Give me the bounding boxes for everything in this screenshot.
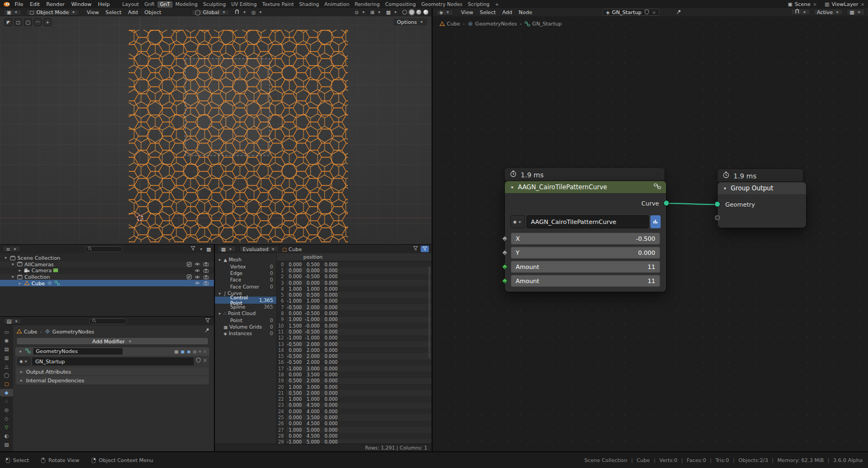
remove-view-layer-icon[interactable]: ×: [860, 1, 865, 7]
workspace-tab-shading[interactable]: Shading: [296, 1, 322, 8]
properties-tab-texture[interactable]: ▨: [0, 441, 13, 448]
browse-node-group-button[interactable]: ◈▾: [17, 357, 30, 366]
shading-material-icon[interactable]: [416, 10, 421, 15]
blender-logo-icon[interactable]: [3, 1, 10, 8]
pin-icon[interactable]: [204, 328, 210, 333]
overlays-dropdown[interactable]: ▩▾: [386, 9, 398, 15]
snap-magnet-icon[interactable]: [794, 9, 800, 14]
domain-control-point[interactable]: Control Point1,365: [215, 297, 276, 303]
virtual-socket[interactable]: [715, 215, 720, 220]
menu-edit[interactable]: Edit: [27, 1, 43, 7]
node-input-amount[interactable]: Amount11: [511, 275, 660, 287]
fake-user-shield-icon[interactable]: [195, 357, 201, 363]
eye-icon[interactable]: [194, 268, 200, 273]
properties-tab-constraints[interactable]: ◇: [0, 415, 13, 422]
workspace-tab-uv-editing[interactable]: UV Editing: [229, 1, 259, 8]
breadcrumb-gn-startup[interactable]: GN_Startup: [524, 21, 561, 27]
menu-help[interactable]: Help: [95, 1, 113, 7]
node-group-users-button[interactable]: [650, 215, 661, 228]
modifier-name-field[interactable]: GeometryNodes: [33, 348, 123, 355]
modifier-panel-header[interactable]: ▾ GeometryNodes ▦ ▣ ◉ ◎ ▾ ×: [15, 347, 210, 356]
expander-icon[interactable]: ▾: [3, 255, 8, 260]
panel-output-attributes[interactable]: ▸Output Attributes: [16, 368, 208, 375]
domain-mesh[interactable]: ▾▲Mesh: [215, 257, 276, 263]
menu-window[interactable]: Window: [68, 1, 94, 7]
breadcrumb-cube[interactable]: Cube: [16, 329, 37, 335]
add-modifier-button[interactable]: Add Modifier▾: [16, 337, 208, 345]
render-camera-icon[interactable]: [203, 261, 209, 267]
unlink-scene-icon[interactable]: ×: [813, 1, 817, 7]
row-filter-button[interactable]: [413, 246, 419, 252]
input-socket-y[interactable]: [502, 249, 508, 255]
eye-icon[interactable]: [194, 280, 200, 286]
eye-icon[interactable]: [194, 261, 200, 267]
panel-internal-dependencies[interactable]: ▸Internal Dependencies: [16, 376, 208, 384]
display-on-cage-icon[interactable]: ▦: [174, 349, 179, 354]
editor-type-button[interactable]: ▤▾: [3, 318, 22, 324]
node-menu-select[interactable]: Select: [477, 9, 499, 15]
pin-node-tree-button[interactable]: [676, 9, 682, 16]
mode-dropdown[interactable]: ▢Object Mode▾: [26, 9, 79, 16]
properties-tab-object[interactable]: ▢: [0, 380, 13, 388]
filter-funnel-icon[interactable]: [413, 246, 419, 251]
node-menu-add[interactable]: Add: [499, 9, 515, 15]
filter-toggle-button[interactable]: [421, 246, 429, 252]
outliner-row-scene-collection[interactable]: ▾Scene Collection: [0, 255, 214, 261]
node-input-y[interactable]: Y0.000: [511, 247, 660, 259]
expander-icon[interactable]: ▾: [10, 274, 15, 279]
tool-select-circle[interactable]: ◯: [24, 18, 32, 26]
viewport-menu-view[interactable]: View: [84, 9, 103, 15]
modifier-node-group-field[interactable]: GN_Startup: [32, 357, 194, 366]
display-realtime-icon[interactable]: ◉: [187, 349, 191, 354]
menu-file[interactable]: File: [11, 1, 27, 7]
pin-id-button[interactable]: [204, 328, 210, 334]
expander-icon[interactable]: ▾: [10, 262, 15, 267]
properties-tab-view-layer[interactable]: ▥: [0, 354, 13, 362]
properties-tab-object-data[interactable]: ▽: [0, 424, 13, 431]
tool-tweak[interactable]: ◤: [4, 18, 12, 26]
tool-select-box[interactable]: ▢: [14, 18, 22, 26]
outliner-display-options-icon[interactable]: ▩: [206, 246, 211, 252]
viewport-menu-object[interactable]: Object: [141, 9, 164, 15]
workspace-tab-animation[interactable]: Animation: [322, 1, 352, 8]
viewport-menu-add[interactable]: Add: [125, 9, 141, 15]
scene-selector[interactable]: ▣Scene×: [788, 1, 817, 7]
filter-funnel-icon[interactable]: [205, 318, 211, 323]
view-layer-selector[interactable]: ▥ViewLayer×: [825, 1, 865, 7]
node-aagn-cairotilepatterncurve[interactable]: ▾ AAGN_CairoTilePatternCurve Curve ◈▾ AA…: [505, 181, 666, 292]
exclude-checkbox-icon[interactable]: ✓: [187, 274, 192, 279]
node-group-name-field[interactable]: AAGN_CairoTilePatternCurve: [527, 215, 649, 228]
options-dropdown[interactable]: Options▾: [394, 18, 427, 25]
unlink-node-tree-icon[interactable]: ×: [652, 9, 656, 15]
render-camera-icon[interactable]: [203, 274, 209, 280]
snap-magnet-wrap[interactable]: [234, 9, 240, 16]
fake-user-toggle[interactable]: [644, 9, 650, 16]
spreadsheet-column-header[interactable]: position: [277, 253, 432, 261]
workspace-tab-sculpting[interactable]: Sculpting: [200, 1, 229, 8]
pin-icon[interactable]: [676, 9, 682, 15]
collapse-node-icon[interactable]: ▾: [510, 185, 515, 190]
node-menu-view[interactable]: View: [458, 9, 477, 15]
viewport-menu-select[interactable]: Select: [102, 9, 124, 15]
expand-icon[interactable]: ▾: [18, 349, 23, 354]
add-workspace-button[interactable]: +: [492, 1, 502, 8]
dataset-dropdown[interactable]: Evaluated▾: [239, 246, 279, 252]
node-tree-name-field[interactable]: ◈GN_Startup×: [603, 9, 660, 16]
active-dropdown[interactable]: Active▾: [814, 9, 843, 15]
geometry-node-editor[interactable]: Cube›GeometryNodes›GN_Startup 1.9 ms 1.9…: [433, 16, 868, 451]
domain-face[interactable]: Face0: [215, 277, 276, 283]
domain-volume-grids[interactable]: ▦Volume Grids0: [215, 324, 276, 330]
close-modifier-icon[interactable]: ×: [203, 349, 207, 354]
properties-tab-world[interactable]: ◯: [0, 371, 13, 379]
editor-type-button[interactable]: ▣▾: [3, 9, 22, 16]
snapping-dropdown[interactable]: ▾: [791, 9, 810, 15]
outliner-row-allcameras[interactable]: ▾AllCameras✓: [0, 261, 214, 268]
outliner-row-collection[interactable]: ▾Collection✓: [0, 274, 214, 280]
expander-icon[interactable]: ▸: [17, 268, 22, 273]
properties-tab-tool[interactable]: ▭: [0, 328, 13, 336]
domain-edge[interactable]: Edge0: [215, 270, 276, 277]
shading-rendered-icon[interactable]: [423, 10, 428, 15]
pivot-point-dropdown[interactable]: ⊙▾: [354, 9, 366, 15]
editor-type-button[interactable]: ◈▾: [436, 9, 453, 16]
properties-tab-scene[interactable]: △: [0, 363, 13, 370]
